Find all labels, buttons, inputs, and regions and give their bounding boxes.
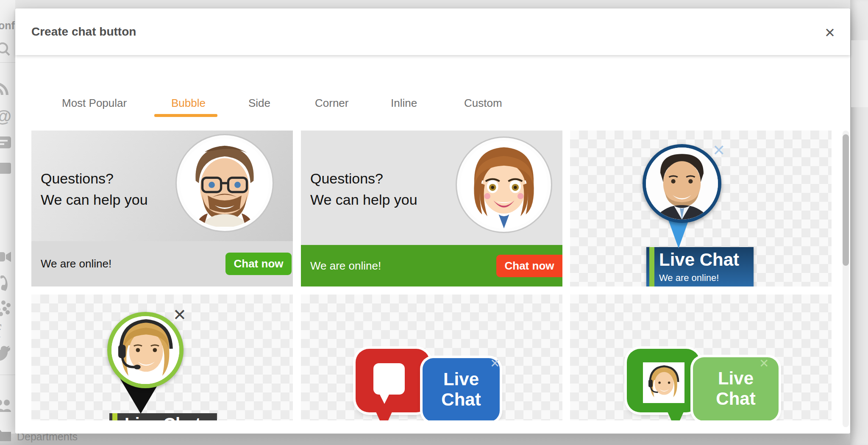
banner-status-bar: We are online! Chat now: [31, 241, 293, 286]
sidebar-divider: [0, 62, 15, 63]
chat-button-template-bubbles-green[interactable]: Live Chat ✕: [570, 295, 832, 420]
tab-corner[interactable]: Corner: [315, 97, 348, 110]
banner-headline: Questions? We can help you: [310, 168, 417, 210]
live-chat-box: Live Chat We are online!: [646, 247, 754, 286]
remove-icon[interactable]: ✕: [173, 306, 186, 324]
chat-now-button[interactable]: Chat now: [496, 255, 562, 277]
online-status-text: We are online!: [41, 257, 111, 270]
live-chat-title: Live Chat: [659, 250, 739, 270]
live-chat-line2: Chat: [423, 389, 500, 410]
video-call-icon[interactable]: [0, 248, 14, 267]
active-tab-underline: [154, 114, 217, 117]
chat-button-template-banner-green[interactable]: Questions? We can help you: [301, 131, 562, 286]
chat-glyph: [373, 363, 405, 395]
banner-status-bar: We are online! Chat now: [301, 245, 562, 286]
tab-custom[interactable]: Custom: [464, 97, 502, 110]
facebook-icon[interactable]: f: [0, 320, 1, 342]
scrollbar-track[interactable]: [843, 131, 849, 427]
broadcast-icon[interactable]: [0, 79, 14, 97]
live-chat-box-clipped: Live Chat: [109, 413, 217, 420]
background-bottom-strip: [0, 434, 868, 445]
chat-button-template-pin-green[interactable]: ✕ Live Chat: [31, 295, 293, 420]
headline-line1: Questions?: [41, 168, 148, 189]
phone-icon[interactable]: [0, 275, 14, 294]
accent-stripe: [112, 413, 117, 420]
banner-background: Questions? We can help you: [301, 131, 562, 245]
live-chat-line1: Live: [693, 368, 779, 389]
avatar-cartoon-woman: [457, 138, 551, 232]
close-icon[interactable]: ✕: [821, 25, 838, 42]
chat-button-template-pin-blue[interactable]: ✕ Live Chat We are online!: [570, 131, 832, 286]
sidebar-divider: [0, 375, 15, 375]
screen: onfi @ f: [0, 0, 868, 445]
chat-button-template-bubbles-blue[interactable]: Live Chat ✕: [301, 295, 562, 420]
live-chat-bubble: Live Chat: [423, 358, 500, 420]
headline-line2: We can help you: [310, 189, 417, 210]
mentions-icon[interactable]: @: [0, 107, 11, 126]
dialog-title: Create chat button: [31, 8, 136, 55]
tab-bubble[interactable]: Bubble: [171, 97, 206, 110]
panel-block-icon[interactable]: [0, 160, 14, 179]
agent-photo: [643, 362, 684, 403]
chat-glyph-tail: [379, 394, 389, 404]
online-status-text: We are online!: [310, 259, 381, 273]
search-icon[interactable]: [0, 41, 14, 59]
headline-line1: Questions?: [310, 168, 417, 189]
background-right-panel: [851, 40, 868, 107]
dialog-header: Create chat button ✕: [15, 8, 850, 55]
background-sidebar: onfi @ f: [0, 0, 15, 445]
speech-bubble-tail: [668, 412, 684, 420]
accent-stripe: [649, 247, 654, 286]
banner-headline: Questions? We can help you: [41, 168, 148, 210]
speech-bubble-tail: [376, 412, 392, 420]
scrollbar-thumb[interactable]: [843, 134, 849, 266]
tab-inline[interactable]: Inline: [391, 97, 417, 110]
tab-most-popular[interactable]: Most Popular: [62, 97, 127, 110]
create-chat-button-dialog: Create chat button ✕ Most Popular Bubble…: [15, 8, 850, 434]
online-status-text: We are online!: [659, 273, 719, 284]
departments-folder-icon[interactable]: [0, 426, 14, 445]
twitter-icon[interactable]: [0, 344, 14, 363]
slack-icon[interactable]: [0, 299, 14, 318]
remove-icon[interactable]: ✕: [490, 356, 500, 370]
live-chat-title: Live Chat: [125, 414, 201, 420]
live-chat-line2: Chat: [693, 389, 779, 409]
live-chat-line1: Live: [423, 369, 500, 389]
avatar-photo-man: [643, 144, 721, 223]
chat-now-button[interactable]: Chat now: [225, 253, 292, 275]
avatar-headset-woman: [107, 312, 184, 388]
remove-icon[interactable]: ✕: [759, 356, 769, 370]
chat-panel-icon[interactable]: [0, 134, 14, 153]
headline-line2: We can help you: [41, 189, 148, 210]
remove-icon[interactable]: ✕: [712, 142, 725, 159]
banner-background: Questions? We can help you: [31, 131, 293, 242]
tab-side[interactable]: Side: [248, 97, 270, 110]
avatar-cartoon-man: [177, 135, 273, 231]
chat-button-template-banner-gray[interactable]: Questions? We can help you: [31, 131, 293, 286]
team-icon[interactable]: [0, 398, 14, 416]
